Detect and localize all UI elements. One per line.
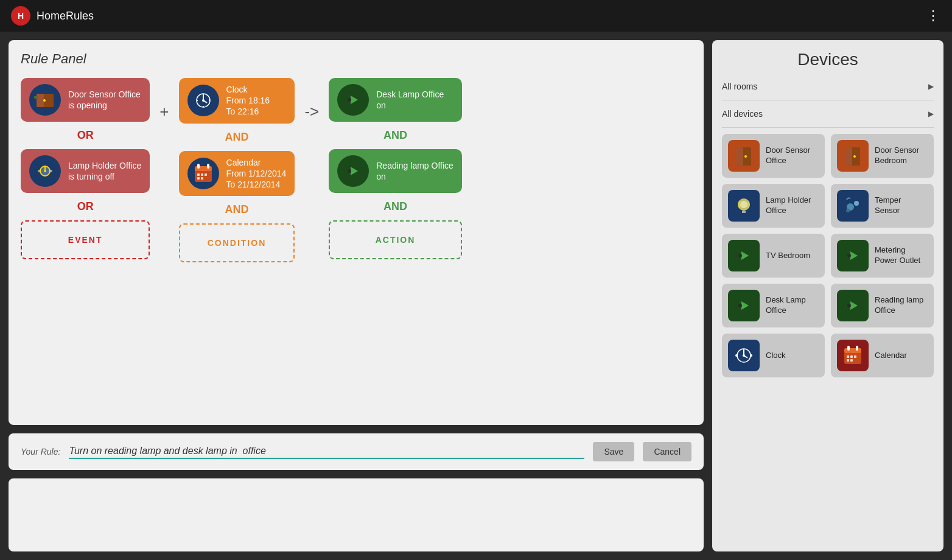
clock-label: Clock <box>766 351 786 361</box>
svg-point-52 <box>847 254 851 257</box>
svg-rect-1 <box>37 94 44 107</box>
action-card-2-text: Reading lamp Officeon <box>376 160 453 182</box>
svg-rect-72 <box>854 355 856 358</box>
svg-point-31 <box>348 98 351 102</box>
desk-lamp-office-icon <box>728 290 760 321</box>
rule-label: Your Rule: <box>21 447 60 457</box>
metering-power-outlet-icon <box>837 240 869 271</box>
devices-panel: Devices All rooms ▶ All devices ▶ Door <box>712 40 943 551</box>
condition-drop-zone[interactable]: CONDITION <box>179 223 295 262</box>
or-label-1: OR <box>21 127 150 144</box>
topbar: H HomeRules ⋮ <box>0 0 952 32</box>
event-card-2-text: Lamp Holder Officeis turning off <box>68 160 141 182</box>
rule-input-bar: Your Rule: Save Cancel <box>9 433 704 470</box>
device-card-metering-power-outlet[interactable]: Metering Power Outlet <box>831 234 934 278</box>
condition-card-2-text: CalendarFrom 1/12/2014To 21/12/2014 <box>226 157 287 191</box>
device-card-lamp-holder-office[interactable]: Lamp Holder Office <box>722 184 825 228</box>
reading-lamp-office-icon <box>837 290 869 321</box>
svg-rect-69 <box>856 346 858 351</box>
svg-rect-67 <box>844 348 861 353</box>
events-column: Door Sensor Officeis opening OR <box>21 78 150 259</box>
svg-point-9 <box>38 170 40 172</box>
device-card-temper-sensor[interactable]: Temper Sensor <box>831 184 934 228</box>
conditions-column: ClockFrom 18:16To 22:16 AND <box>179 78 295 262</box>
svg-point-3 <box>43 99 46 102</box>
left-panel: Rule Panel <box>9 40 704 551</box>
filter-rooms-arrow: ▶ <box>928 82 934 91</box>
device-card-door-sensor-office[interactable]: Door Sensor Office <box>722 134 825 178</box>
action-card-2[interactable]: Reading lamp Officeon <box>329 149 462 193</box>
condition-card-1[interactable]: ClockFrom 18:16To 22:16 <box>179 78 295 124</box>
svg-rect-27 <box>197 177 200 180</box>
action-card-1-text: Desk Lamp Officeon <box>376 89 444 111</box>
svg-point-46 <box>846 209 850 212</box>
devices-grid: Door Sensor Office Door Sensor Bedroom <box>722 134 934 377</box>
device-card-calendar[interactable]: Calendar <box>831 334 934 377</box>
metering-power-outlet-label: Metering Power Outlet <box>875 245 928 266</box>
svg-point-8 <box>44 170 46 172</box>
filter-divider-2 <box>722 127 934 128</box>
calendar-label: Calendar <box>875 351 907 361</box>
action-card-1[interactable]: Desk Lamp Officeon <box>329 78 462 122</box>
svg-point-37 <box>744 155 747 158</box>
svg-rect-26 <box>205 173 207 176</box>
svg-rect-25 <box>201 173 203 176</box>
device-card-desk-lamp-office[interactable]: Desk Lamp Office <box>722 284 825 327</box>
devices-title: Devices <box>722 50 934 69</box>
device-card-tv-bedroom[interactable]: TV Bedroom <box>722 234 825 278</box>
filter-divider-1 <box>722 100 934 100</box>
svg-point-45 <box>854 201 859 206</box>
event-card-1[interactable]: Door Sensor Officeis opening <box>21 78 150 122</box>
tv-bedroom-label: TV Bedroom <box>766 251 810 261</box>
filter-devices-row[interactable]: All devices ▶ <box>722 107 934 121</box>
reading-lamp-office-label: Reading lamp Office <box>875 295 928 316</box>
condition-card-1-text: ClockFrom 18:16To 22:16 <box>226 84 270 117</box>
rule-columns: Door Sensor Officeis opening OR <box>21 78 691 262</box>
svg-point-63 <box>743 354 745 357</box>
clock-icon <box>728 340 760 371</box>
device-card-clock[interactable]: Clock <box>722 334 825 377</box>
cancel-button[interactable]: Cancel <box>643 442 691 461</box>
save-button[interactable]: Save <box>593 442 634 461</box>
device-card-reading-lamp-office[interactable]: Reading lamp Office <box>831 284 934 327</box>
and-label-2: AND <box>179 201 295 219</box>
svg-rect-68 <box>847 346 850 351</box>
event-card-2[interactable]: Lamp Holder Officeis turning off <box>21 149 150 193</box>
svg-rect-39 <box>845 147 852 166</box>
actions-column: Desk Lamp Officeon AND Reading lamp Of <box>329 78 462 259</box>
plus-connector: + <box>156 102 172 121</box>
condition-card-2[interactable]: CalendarFrom 1/12/2014To 21/12/2014 <box>179 151 295 197</box>
door-sensor-bedroom-label: Door Sensor Bedroom <box>875 145 928 166</box>
svg-rect-70 <box>847 355 849 358</box>
app-title: HomeRules <box>37 10 94 23</box>
topbar-menu-icon[interactable]: ⋮ <box>926 8 941 24</box>
temper-sensor-label: Temper Sensor <box>875 195 928 216</box>
event-drop-zone[interactable]: EVENT <box>21 220 150 259</box>
action-drop-zone[interactable]: ACTION <box>329 220 462 259</box>
filter-rooms-row[interactable]: All rooms ▶ <box>722 79 934 94</box>
condition-placeholder: CONDITION <box>208 238 267 248</box>
filter-devices-label: All devices <box>722 109 763 119</box>
svg-point-40 <box>853 155 856 158</box>
main-layout: Rule Panel <box>0 32 952 560</box>
svg-rect-22 <box>197 164 200 169</box>
action-icon-2 <box>337 155 369 187</box>
and-label-green-2: AND <box>329 198 462 215</box>
arrow-connector: -> <box>301 102 323 121</box>
rule-input[interactable] <box>69 444 584 459</box>
svg-point-10 <box>50 170 52 172</box>
rule-panel: Rule Panel <box>9 40 704 425</box>
and-label-green-1: AND <box>329 127 462 144</box>
svg-rect-4 <box>34 96 38 99</box>
svg-point-65 <box>750 354 752 357</box>
svg-point-49 <box>738 254 742 257</box>
temper-sensor-icon <box>837 190 869 222</box>
condition-icon-1 <box>187 85 219 116</box>
svg-rect-71 <box>850 355 853 358</box>
event-card-1-text: Door Sensor Officeis opening <box>68 89 141 111</box>
svg-rect-24 <box>197 173 200 176</box>
device-card-door-sensor-bedroom[interactable]: Door Sensor Bedroom <box>831 134 934 178</box>
action-icon-1 <box>337 84 369 116</box>
door-sensor-bedroom-icon <box>837 140 869 172</box>
event-placeholder: EVENT <box>68 235 103 245</box>
